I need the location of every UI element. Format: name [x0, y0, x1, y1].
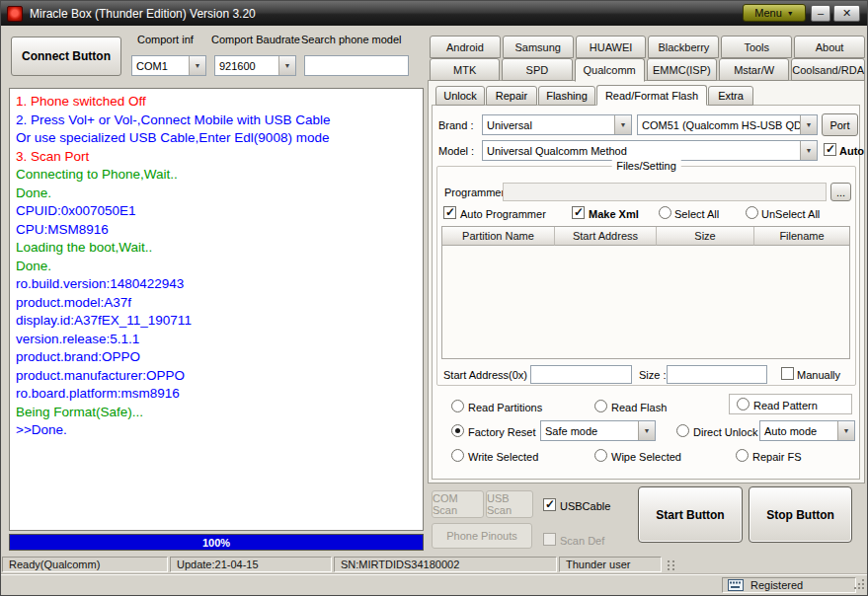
repair-fs-radio[interactable] [736, 449, 749, 462]
tab-android[interactable]: Android [430, 36, 501, 58]
direct-unlock-label[interactable]: Direct Unlock [693, 426, 757, 438]
read-flash-radio[interactable] [594, 400, 607, 412]
make-xml-label[interactable]: Make Xml [589, 208, 639, 220]
read-pattern-label[interactable]: Read Pattern [753, 400, 818, 411]
log-line: >>Done. [16, 421, 417, 440]
tab-mtk[interactable]: MTK [430, 58, 500, 81]
usb-cable-checkbox[interactable] [543, 498, 556, 511]
safe-mode-select[interactable]: Safe mode ▼ [540, 420, 656, 441]
read-pattern-radio[interactable] [737, 398, 750, 410]
unselect-all-radio[interactable] [746, 206, 758, 219]
auto-checkbox-label[interactable]: Auto [839, 145, 864, 157]
log-line: display.id:A37fEX_11_190711 [16, 312, 417, 331]
menu-button[interactable]: Menu ▼ [743, 4, 806, 22]
manually-label[interactable]: Manually [797, 369, 840, 381]
log-area[interactable]: 1. Phone switched Off2. Press Vol+ or Vo… [9, 88, 424, 531]
com-port-select[interactable]: COM51 (Qualcomm HS-USB QDLoa ▼ [637, 114, 818, 135]
tab-blackberry[interactable]: Blackberry [648, 36, 719, 58]
log-line: ro.build.version:1480422943 [16, 275, 417, 294]
select-all-radio[interactable] [659, 206, 671, 219]
subtab-extra[interactable]: Extra [708, 86, 753, 106]
comport-select[interactable]: COM1 ▼ [131, 55, 206, 76]
auto-programmer-label[interactable]: Auto Programmer [460, 208, 546, 220]
start-address-label: Start Address(0x) [443, 369, 527, 381]
miracle-box-window: Miracle Box (Thunder Edition) Version 3.… [0, 0, 868, 596]
phone-pinouts-button[interactable]: Phone Pinouts [432, 523, 532, 549]
log-line: Connecting to Phone,Wait.. [16, 166, 417, 185]
port-button[interactable]: Port [822, 113, 858, 136]
tab-samsung[interactable]: Samsung [503, 36, 574, 58]
size-input[interactable] [667, 365, 767, 384]
subtab-read-format-flash[interactable]: Read/Format Flash [596, 85, 707, 106]
auto-mode-select[interactable]: Auto mode ▼ [759, 420, 855, 441]
start-address-input[interactable] [530, 365, 632, 384]
tab-mstar-w[interactable]: Mstar/W [719, 58, 789, 81]
status-user: Thunder user [559, 557, 662, 572]
unselect-all-label[interactable]: UnSelect All [761, 208, 820, 220]
factory-reset-radio[interactable] [451, 424, 464, 437]
tab-huawei[interactable]: HUAWEI [576, 36, 647, 58]
baudrate-select[interactable]: 921600 ▼ [214, 55, 296, 76]
subtab-unlock[interactable]: Unlock [435, 86, 485, 106]
wipe-selected-radio[interactable] [594, 449, 607, 462]
connect-button[interactable]: Connect Button [11, 37, 121, 76]
usb-scan-button[interactable]: USB Scan [486, 490, 533, 518]
log-line: Done. [16, 185, 417, 203]
browse-button[interactable]: ... [830, 183, 851, 201]
usb-cable-label[interactable]: USBCable [560, 500, 610, 512]
column-header-partition-name[interactable]: Partition Name [442, 227, 555, 246]
statusbar-grip[interactable] [664, 557, 678, 572]
auto-checkbox[interactable] [824, 143, 836, 156]
close-button[interactable]: ✕ [833, 5, 860, 22]
manually-checkbox[interactable] [781, 367, 794, 380]
tab-tools[interactable]: Tools [721, 36, 792, 58]
log-line: Done. [16, 258, 417, 276]
read-partitions-radio[interactable] [451, 400, 464, 412]
partition-table-header: Partition Name Start Address Size Filena… [442, 227, 849, 246]
tab-spd[interactable]: SPD [502, 58, 572, 81]
column-header-filename[interactable]: Filename [754, 227, 849, 246]
programmer-input[interactable] [503, 183, 827, 201]
read-partitions-label[interactable]: Read Partitions [468, 402, 542, 413]
subtab-repair[interactable]: Repair [486, 86, 537, 106]
resize-grip[interactable] [851, 576, 865, 590]
write-selected-radio[interactable] [451, 449, 464, 462]
chevron-down-icon: ▼ [638, 421, 655, 440]
safe-mode-select-value: Safe mode [541, 421, 638, 440]
auto-programmer-checkbox[interactable] [443, 206, 456, 219]
select-all-label[interactable]: Select All [674, 208, 719, 220]
direct-unlock-radio[interactable] [676, 424, 689, 437]
chevron-down-icon: ▼ [837, 421, 854, 440]
stop-button[interactable]: Stop Button [749, 486, 852, 543]
start-button[interactable]: Start Button [638, 486, 743, 543]
com-scan-button[interactable]: COM Scan [432, 490, 484, 518]
minimize-button[interactable]: – [811, 5, 830, 22]
tab-about[interactable]: About [794, 36, 865, 58]
column-header-size[interactable]: Size [657, 227, 754, 246]
wipe-selected-label[interactable]: Wipe Selected [611, 451, 681, 463]
log-line: Or use specialized USB Cable,Enter Edl(9… [16, 129, 417, 148]
read-flash-label[interactable]: Read Flash [611, 402, 667, 413]
repair-fs-label[interactable]: Repair FS [752, 451, 802, 463]
scan-def-checkbox[interactable] [543, 533, 556, 546]
subtab-flashing[interactable]: Flashing [538, 86, 595, 106]
column-header-start-address[interactable]: Start Address [555, 227, 657, 246]
write-selected-label[interactable]: Write Selected [468, 451, 538, 463]
comport-select-value: COM1 [132, 56, 189, 75]
log-line: 3. Scan Port [16, 148, 417, 167]
title-bar: Miracle Box (Thunder Edition) Version 3.… [1, 1, 867, 26]
com-port-select-value: COM51 (Qualcomm HS-USB QDLoa [638, 115, 800, 134]
factory-reset-label[interactable]: Factory Reset [468, 426, 535, 438]
progress-bar: 100% [9, 534, 424, 551]
search-phone-model-input[interactable] [304, 55, 409, 76]
brand-select[interactable]: Universal ▼ [482, 114, 632, 135]
tab-coolsand-rda[interactable]: Coolsand/RDA [791, 58, 865, 81]
close-icon: ✕ [842, 8, 851, 19]
main-tab-bar: Android Samsung HUAWEI Blackberry Tools … [430, 36, 865, 58]
log-line: version.release:5.1.1 [16, 331, 417, 349]
model-select[interactable]: Universal Qualcomm Method ▼ [482, 140, 818, 161]
status-ready: Ready(Qualcomm) [2, 557, 168, 572]
make-xml-checkbox[interactable] [572, 206, 585, 219]
tab-qualcomm[interactable]: Qualcomm [575, 58, 645, 82]
tab-emmc-isp[interactable]: EMMC(ISP) [647, 58, 717, 81]
